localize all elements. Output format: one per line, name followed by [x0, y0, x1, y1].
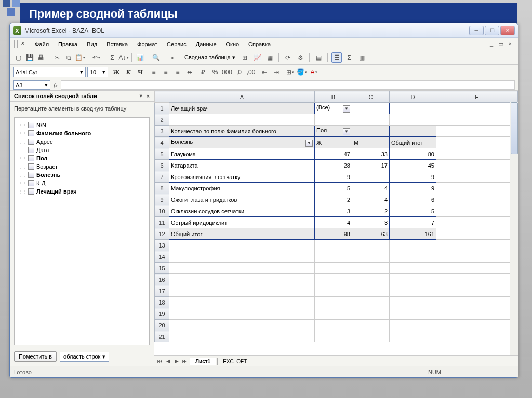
- doc-icon[interactable]: X: [21, 40, 29, 48]
- data-cell[interactable]: 28: [315, 160, 352, 171]
- cell[interactable]: [315, 251, 352, 263]
- page-field-cell[interactable]: Лечащий врач: [169, 103, 315, 114]
- bold-icon[interactable]: Ж: [111, 67, 122, 77]
- cell[interactable]: [390, 320, 436, 331]
- cell[interactable]: [352, 240, 390, 251]
- cell[interactable]: [390, 240, 436, 251]
- cell[interactable]: [390, 126, 436, 137]
- cell[interactable]: [315, 308, 352, 320]
- col-header[interactable]: B: [315, 91, 352, 103]
- merge-icon[interactable]: ⬌: [184, 67, 195, 77]
- underline-icon[interactable]: Ч: [135, 67, 145, 77]
- pivot-chart-icon[interactable]: 📈: [252, 52, 262, 63]
- row-label[interactable]: Острый иридоциклит: [169, 217, 315, 228]
- cell[interactable]: [436, 205, 518, 217]
- cell[interactable]: [436, 251, 518, 263]
- data-cell[interactable]: 9: [390, 183, 436, 194]
- cell[interactable]: [352, 285, 390, 297]
- cell[interactable]: [352, 331, 390, 342]
- data-cell[interactable]: 2: [315, 194, 352, 205]
- doc-close-icon[interactable]: ×: [507, 40, 514, 48]
- cell[interactable]: [436, 103, 518, 114]
- field-item[interactable]: ⋮⋮Дата: [17, 146, 147, 154]
- menu-window[interactable]: Окно: [223, 40, 243, 48]
- row-header[interactable]: 20: [155, 320, 169, 331]
- inc-decimal-icon[interactable]: ,0: [234, 67, 244, 77]
- cell[interactable]: [436, 137, 518, 148]
- cell[interactable]: [436, 228, 518, 240]
- taskpane-menu-icon[interactable]: ▼: [139, 93, 143, 99]
- menu-insert[interactable]: Вставка: [103, 40, 131, 48]
- total-cell[interactable]: 98: [315, 228, 352, 240]
- area-dropdown[interactable]: область строк▾: [60, 352, 109, 362]
- row-header[interactable]: 7: [155, 171, 169, 183]
- cell[interactable]: [169, 308, 315, 320]
- row-header[interactable]: 1: [155, 103, 169, 114]
- cell[interactable]: [436, 297, 518, 308]
- menu-file[interactable]: Файл: [32, 40, 52, 48]
- menu-view[interactable]: Вид: [84, 40, 100, 48]
- cell[interactable]: [390, 114, 436, 126]
- total-label[interactable]: Общий итог: [169, 228, 315, 240]
- save-icon[interactable]: 💾: [24, 52, 35, 63]
- col-header[interactable]: C: [352, 91, 390, 103]
- fill-color-icon[interactable]: 🪣: [297, 67, 307, 77]
- data-cell[interactable]: 47: [315, 148, 352, 160]
- cell[interactable]: [315, 320, 352, 331]
- cell[interactable]: [315, 263, 352, 274]
- maximize-button[interactable]: ☐: [485, 26, 499, 35]
- copy-icon[interactable]: ⧉: [63, 52, 74, 63]
- cell[interactable]: [352, 320, 390, 331]
- pivot-toolbar-label[interactable]: Сводная таблица ▾: [182, 53, 237, 62]
- data-field-cell[interactable]: Количество по полю Фамилия больного: [169, 126, 315, 137]
- paste-icon[interactable]: 📋: [75, 52, 85, 63]
- row-header[interactable]: 9: [155, 194, 169, 205]
- pivot-calc-icon[interactable]: Σ: [344, 52, 354, 63]
- font-name-dropdown[interactable]: Arial Cyr▾: [13, 67, 86, 77]
- row-label[interactable]: Окклюзии сосудов сетчатки: [169, 205, 315, 217]
- tab-last-icon[interactable]: ⏭: [181, 358, 189, 364]
- taskpane-close-icon[interactable]: ×: [147, 93, 150, 99]
- data-cell[interactable]: 17: [352, 160, 390, 171]
- autosum-icon[interactable]: Σ: [107, 52, 117, 63]
- cell[interactable]: [315, 240, 352, 251]
- cell[interactable]: [436, 148, 518, 160]
- cell[interactable]: [169, 331, 315, 342]
- cell[interactable]: [352, 114, 390, 126]
- row-header[interactable]: 16: [155, 274, 169, 285]
- dropdown-icon[interactable]: ▼: [343, 105, 350, 113]
- cell[interactable]: [436, 194, 518, 205]
- chart-icon[interactable]: 📊: [135, 52, 145, 63]
- cell[interactable]: [436, 263, 518, 274]
- cell[interactable]: [436, 171, 518, 183]
- col-header[interactable]: E: [436, 91, 518, 103]
- cell[interactable]: [315, 285, 352, 297]
- cell[interactable]: [169, 274, 315, 285]
- row-header[interactable]: 3: [155, 126, 169, 137]
- data-cell[interactable]: 6: [390, 194, 436, 205]
- cell[interactable]: [352, 274, 390, 285]
- data-cell[interactable]: 45: [390, 160, 436, 171]
- row-header[interactable]: 15: [155, 263, 169, 274]
- row-header[interactable]: 19: [155, 308, 169, 320]
- cell[interactable]: [436, 126, 518, 137]
- cell[interactable]: [315, 331, 352, 342]
- data-cell[interactable]: 5: [315, 183, 352, 194]
- sort-icon[interactable]: A↓: [118, 52, 129, 63]
- row-label[interactable]: Глаукома: [169, 148, 315, 160]
- row-header[interactable]: 13: [155, 240, 169, 251]
- data-cell[interactable]: 9: [315, 171, 352, 183]
- menu-format[interactable]: Формат: [134, 40, 161, 48]
- row-header[interactable]: 17: [155, 285, 169, 297]
- cell[interactable]: [436, 285, 518, 297]
- cell[interactable]: [315, 274, 352, 285]
- tab-next-icon[interactable]: ▶: [173, 358, 180, 364]
- cell[interactable]: [352, 251, 390, 263]
- menu-data[interactable]: Данные: [193, 40, 220, 48]
- data-cell[interactable]: 5: [390, 205, 436, 217]
- cell[interactable]: [169, 285, 315, 297]
- cell[interactable]: [352, 126, 390, 137]
- cell[interactable]: [390, 308, 436, 320]
- row-header[interactable]: 12: [155, 228, 169, 240]
- place-button[interactable]: Поместить в: [14, 351, 57, 362]
